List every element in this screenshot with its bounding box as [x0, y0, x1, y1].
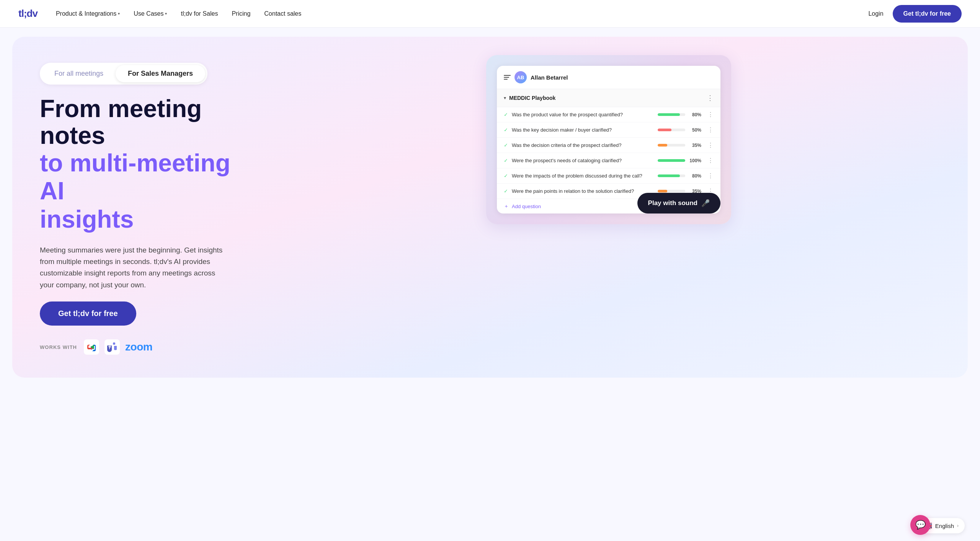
table-row: ✓ Was the product value for the prospect…: [497, 107, 720, 122]
row-more-icon-1[interactable]: ⋮: [707, 126, 714, 134]
add-question-label: Add question: [512, 204, 541, 209]
hero-section: For all meetings For Sales Managers From…: [12, 37, 968, 378]
hero-left: For all meetings For Sales Managers From…: [40, 55, 254, 355]
chevron-down-icon: ▾: [165, 11, 167, 16]
row-more-icon-4[interactable]: ⋮: [707, 172, 714, 179]
nav-links: Product & Integrations ▾ Use Cases ▾ tl;…: [56, 10, 868, 17]
login-link[interactable]: Login: [868, 10, 883, 17]
row-question-0: Was the product value for the prospect q…: [512, 112, 654, 117]
nav-pricing[interactable]: Pricing: [232, 10, 250, 17]
microsoft-teams-icon: T: [105, 339, 120, 355]
chevron-right-icon: ›: [957, 523, 959, 528]
chat-icon: 💬: [915, 520, 926, 530]
demo-inner: AB Allan Betarrel ▾ MEDDIC Playbook ⋮: [497, 66, 720, 213]
brand-logo[interactable]: tl;dv: [18, 8, 38, 20]
headline-line2: to multi-meeting AI: [40, 149, 254, 205]
play-with-sound-button[interactable]: Play with sound 🎤: [637, 193, 720, 213]
playbook-title: MEDDIC Playbook: [509, 95, 555, 101]
svg-rect-1: [105, 339, 120, 355]
row-check-0: ✓: [504, 112, 508, 117]
hero-headline: From meeting notes to multi-meeting AI i…: [40, 95, 254, 234]
demo-avatar: AB: [514, 71, 527, 83]
demo-header: AB Allan Betarrel: [497, 66, 720, 89]
demo-card: AB Allan Betarrel ▾ MEDDIC Playbook ⋮: [486, 55, 731, 224]
hero-right: AB Allan Betarrel ▾ MEDDIC Playbook ⋮: [277, 55, 940, 224]
zoom-icon: zoom: [125, 341, 152, 353]
more-options-icon[interactable]: ⋮: [707, 94, 714, 102]
google-meet-icon: [84, 339, 99, 355]
chat-bubble-button[interactable]: 💬: [910, 515, 930, 535]
playbook-title-row: ▾ MEDDIC Playbook: [504, 95, 555, 101]
row-more-icon-3[interactable]: ⋮: [707, 157, 714, 164]
integration-logos: T zoom: [84, 339, 152, 355]
row-bar-1: 50%: [658, 127, 704, 133]
row-question-1: Was the key decision maker / buyer clari…: [512, 127, 654, 133]
play-button-label: Play with sound: [648, 199, 697, 207]
row-more-icon-0[interactable]: ⋮: [707, 111, 714, 118]
headline-line3: insights: [40, 205, 254, 234]
row-more-icon-2[interactable]: ⋮: [707, 142, 714, 149]
hero-cta-button[interactable]: Get tl;dv for free: [40, 301, 136, 326]
playbook-rows: ✓ Was the product value for the prospect…: [497, 107, 720, 199]
plus-icon: ＋: [504, 203, 509, 210]
playbook-header: ▾ MEDDIC Playbook ⋮: [497, 89, 720, 107]
row-bar-3: 100%: [658, 158, 704, 163]
row-check-2: ✓: [504, 142, 508, 148]
nav-contact-sales[interactable]: Contact sales: [264, 10, 301, 17]
row-question-5: Were the pain points in relation to the …: [512, 188, 654, 194]
nav-product-integrations[interactable]: Product & Integrations ▾: [56, 10, 120, 17]
nav-right: Login Get tl;dv for free: [868, 5, 962, 23]
row-bar-0: 80%: [658, 112, 704, 117]
nav-cta-button[interactable]: Get tl;dv for free: [893, 5, 962, 23]
row-question-3: Were the prospect's needs of cataloging …: [512, 158, 654, 163]
row-check-5: ✓: [504, 188, 508, 194]
chevron-down-icon: ▾: [118, 11, 120, 16]
row-bar-2: 35%: [658, 143, 704, 148]
row-question-2: Was the decision criteria of the prospec…: [512, 142, 654, 148]
demo-user-name: Allan Betarrel: [531, 74, 568, 81]
table-row: ✓ Was the key decision maker / buyer cla…: [497, 122, 720, 138]
works-with-label: WORKS WITH: [40, 344, 77, 350]
table-row: ✓ Were the prospect's needs of catalogin…: [497, 153, 720, 168]
tab-bar: For all meetings For Sales Managers: [40, 63, 207, 85]
hero-description: Meeting summaries were just the beginnin…: [40, 244, 231, 291]
row-check-1: ✓: [504, 127, 508, 133]
nav-use-cases[interactable]: Use Cases ▾: [134, 10, 167, 17]
navigation: tl;dv Product & Integrations ▾ Use Cases…: [0, 0, 980, 28]
row-check-3: ✓: [504, 158, 508, 163]
svg-text:T: T: [108, 346, 111, 350]
row-question-4: Were the impacts of the problem discusse…: [512, 173, 654, 179]
row-bar-4: 80%: [658, 173, 704, 179]
works-with-row: WORKS WITH T: [40, 339, 254, 355]
tab-all-meetings[interactable]: For all meetings: [42, 65, 116, 82]
filter-icon[interactable]: [504, 75, 511, 80]
chevron-down-icon: ▾: [504, 95, 506, 101]
table-row: ✓ Was the decision criteria of the prosp…: [497, 138, 720, 153]
tab-sales-managers[interactable]: For Sales Managers: [116, 65, 205, 82]
row-check-4: ✓: [504, 173, 508, 179]
nav-tldv-for-sales[interactable]: tl;dv for Sales: [181, 10, 218, 17]
headline-line1: From meeting notes: [40, 95, 254, 149]
microphone-icon: 🎤: [701, 199, 710, 207]
table-row: ✓ Were the impacts of the problem discus…: [497, 168, 720, 184]
language-label: English: [935, 523, 954, 529]
